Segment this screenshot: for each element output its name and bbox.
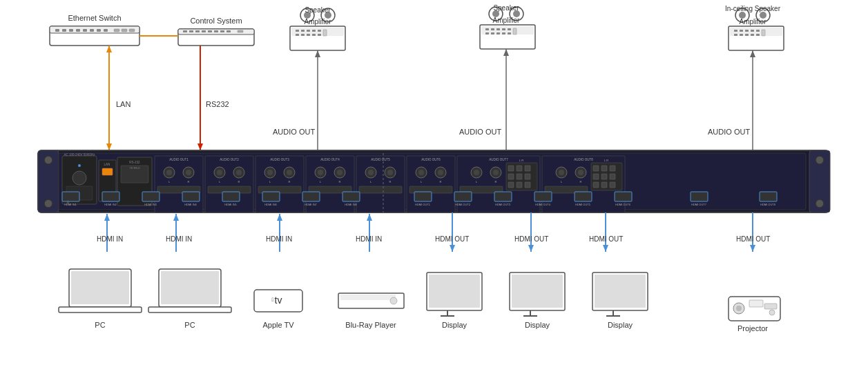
svg-rect-143 xyxy=(356,156,405,212)
svg-text:AUDIO OUT7: AUDIO OUT7 xyxy=(489,158,508,161)
svg-text:AUDIO OUT3: AUDIO OUT3 xyxy=(270,158,289,161)
display3-label: Display xyxy=(608,321,633,329)
svg-rect-61 xyxy=(491,32,494,34)
hdmi-in3-label: HDMI IN xyxy=(266,235,292,243)
ceiling-speaker-label: In-ceiling Speaker xyxy=(725,5,781,12)
svg-text:HDMI IN5: HDMI IN5 xyxy=(224,203,237,206)
svg-marker-29 xyxy=(197,143,203,150)
svg-marker-86 xyxy=(750,50,755,57)
svg-rect-254 xyxy=(148,307,231,313)
svg-rect-62 xyxy=(496,32,500,34)
svg-rect-227 xyxy=(615,192,632,201)
speaker-amp1-label2: Amplifier xyxy=(305,18,332,26)
svg-rect-16 xyxy=(189,30,193,32)
svg-point-167 xyxy=(493,170,499,175)
svg-rect-209 xyxy=(222,192,240,201)
hdmi-out3-label: HDMI OUT xyxy=(589,235,623,243)
svg-text:HDMI IN8: HDMI IN8 xyxy=(345,203,357,206)
svg-rect-38 xyxy=(307,30,310,32)
svg-marker-246 xyxy=(603,245,608,252)
svg-rect-79 xyxy=(734,34,737,36)
display2-label: Display xyxy=(525,321,550,329)
audio-out1-label: AUDIO OUT xyxy=(273,128,315,136)
svg-rect-152 xyxy=(407,156,455,212)
svg-marker-27 xyxy=(106,46,112,52)
svg-rect-19 xyxy=(208,30,212,32)
ethernet-switch-label: Ethernet Switch xyxy=(68,14,121,22)
svg-rect-21 xyxy=(220,30,224,32)
svg-rect-83 xyxy=(756,34,760,36)
svg-rect-80 xyxy=(740,34,743,36)
diagram: Ethernet Switch Control System LAN RS232 xyxy=(0,0,868,367)
svg-rect-15 xyxy=(183,30,187,32)
svg-point-99 xyxy=(78,164,81,167)
svg-rect-198 xyxy=(593,182,599,188)
svg-text:RS-232: RS-232 xyxy=(129,161,140,164)
svg-rect-231 xyxy=(760,192,777,201)
svg-point-137 xyxy=(318,170,323,175)
svg-rect-262 xyxy=(429,275,480,308)
svg-rect-101 xyxy=(102,168,113,175)
svg-rect-22 xyxy=(226,30,231,32)
svg-marker-67 xyxy=(503,49,509,56)
svg-rect-44 xyxy=(312,34,316,36)
hdmi-out1-label: HDMI OUT xyxy=(435,235,469,243)
svg-text:HDMI OUT4: HDMI OUT4 xyxy=(535,203,551,206)
svg-rect-174 xyxy=(525,166,530,171)
svg-rect-42 xyxy=(301,34,305,36)
svg-rect-192 xyxy=(593,166,599,171)
svg-rect-74 xyxy=(734,30,737,32)
svg-text:HDMI OUT8: HDMI OUT8 xyxy=(760,203,776,206)
hdmi-out4-label: HDMI OUT xyxy=(736,235,770,243)
svg-point-158 xyxy=(438,170,443,175)
svg-point-164 xyxy=(474,170,479,175)
svg-rect-219 xyxy=(454,192,472,201)
svg-point-119 xyxy=(217,170,222,175)
svg-rect-58 xyxy=(502,28,505,30)
svg-rect-59 xyxy=(508,28,511,30)
svg-rect-270 xyxy=(595,275,646,308)
svg-rect-229 xyxy=(691,192,708,201)
svg-rect-251 xyxy=(59,307,142,313)
speaker-amp1-label1: Speaker xyxy=(305,6,331,14)
svg-text:R: R xyxy=(238,180,240,184)
svg-rect-207 xyxy=(182,192,200,201)
svg-text:R: R xyxy=(188,180,190,184)
svg-rect-197 xyxy=(610,174,615,179)
svg-rect-215 xyxy=(343,192,360,201)
svg-rect-205 xyxy=(142,192,160,201)
svg-text:HDMI IN2: HDMI IN2 xyxy=(104,203,117,206)
svg-point-91 xyxy=(44,199,52,208)
svg-rect-55 xyxy=(485,28,489,30)
svg-text:R: R xyxy=(440,180,442,184)
svg-text:AUDIO OUT5: AUDIO OUT5 xyxy=(371,158,390,161)
audio-out2-label: AUDIO OUT xyxy=(459,128,501,136)
svg-point-90 xyxy=(44,156,52,164)
svg-text:⏚: ⏚ xyxy=(66,199,70,205)
svg-text:L    R: L R xyxy=(604,159,608,162)
svg-marker-242 xyxy=(450,245,455,252)
svg-text::  xyxy=(272,297,274,303)
svg-point-92 xyxy=(816,156,824,164)
svg-point-131 xyxy=(287,170,292,175)
svg-text:HDMI IN6: HDMI IN6 xyxy=(264,203,277,206)
svg-point-113 xyxy=(186,170,191,175)
svg-rect-225 xyxy=(575,192,592,201)
svg-rect-20 xyxy=(214,30,218,32)
svg-rect-63 xyxy=(502,32,505,34)
pc1-label: PC xyxy=(95,321,105,329)
svg-point-184 xyxy=(559,170,564,175)
appletv-label: Apple TV xyxy=(262,321,294,329)
svg-rect-259 xyxy=(340,295,396,300)
svg-marker-248 xyxy=(750,245,755,252)
svg-text:AUDIO OUT1: AUDIO OUT1 xyxy=(169,158,189,161)
svg-rect-84 xyxy=(762,30,765,36)
display1-label: Display xyxy=(442,321,467,329)
svg-rect-253 xyxy=(161,271,219,304)
svg-point-275 xyxy=(736,306,742,311)
svg-rect-10 xyxy=(114,29,119,32)
svg-text:AUDIO OUT8: AUDIO OUT8 xyxy=(574,158,593,161)
svg-rect-3 xyxy=(62,29,66,32)
svg-point-93 xyxy=(816,199,824,208)
svg-rect-276 xyxy=(749,300,763,307)
